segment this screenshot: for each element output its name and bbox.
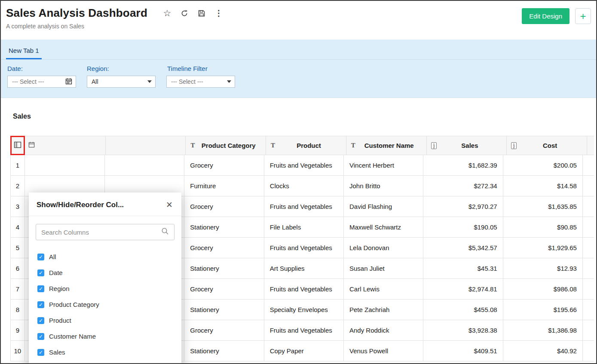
customer-name-cell: Venus Powell (344, 341, 423, 361)
save-icon[interactable] (197, 9, 206, 18)
column-toggle-item[interactable]: Product Category (37, 297, 175, 312)
text-column-icon: T (269, 141, 275, 150)
cost-cell: $986.08 (503, 279, 583, 300)
filler-cell (583, 155, 594, 176)
customer-name-cell: John Britto (344, 176, 423, 196)
region-column-header[interactable] (106, 136, 186, 155)
widget-title: Sales (13, 113, 596, 120)
filler-cell (583, 238, 594, 258)
product-category-cell: Stationery (184, 258, 264, 279)
row-number-cell: 6 (11, 258, 25, 279)
more-options-icon[interactable] (214, 9, 223, 18)
row-number-cell: 2 (11, 176, 25, 196)
header-actions: Edit Design + (522, 6, 591, 40)
sales-cell: $45.31 (423, 258, 503, 279)
timeline-filter-select[interactable]: --- Select --- (166, 76, 235, 88)
sales-column-header[interactable]: 12 Sales (427, 136, 507, 155)
column-header-label: Cost (517, 141, 583, 150)
filler-header-cell (587, 136, 594, 155)
customer-name-cell: Pete Zachriah (344, 300, 423, 320)
add-button[interactable]: + (575, 8, 591, 24)
column-toggle-item[interactable]: Customer Name (37, 328, 175, 344)
column-toggle-label: All (49, 253, 56, 260)
modal-title: Show/Hide/Reorder Col... (37, 201, 124, 209)
checkbox-checked-icon[interactable] (37, 285, 44, 292)
edit-design-button[interactable]: Edit Design (522, 8, 569, 24)
cost-cell: $14.58 (503, 176, 583, 196)
column-toggle-label: Sales (49, 349, 65, 356)
column-header-label: Customer Name (355, 141, 423, 150)
sales-cell: $2,974.81 (423, 279, 503, 300)
modal-column-list: All Date Region Product Category Product… (37, 249, 175, 364)
product-category-cell: Grocery (184, 320, 264, 341)
filter-group-region: Region: All (87, 65, 156, 98)
show-hide-columns-button[interactable] (11, 136, 25, 155)
filter-group-timeline: Timeline Filter --- Select --- (166, 65, 235, 98)
customer-name-column-header[interactable]: T Customer Name (346, 136, 427, 155)
checkbox-checked-icon[interactable] (37, 301, 44, 308)
column-toggle-item[interactable]: Sales (37, 344, 175, 360)
column-toggle-item[interactable]: Date (37, 265, 175, 281)
filler-cell (583, 196, 594, 217)
tab-bar: New Tab 1 (1, 40, 596, 60)
cost-cell: $40.92 (503, 341, 583, 361)
search-columns-input[interactable] (41, 229, 161, 236)
table-row: 1 Grocery Fruits and Vegetables Vincent … (11, 155, 594, 176)
product-cell: Art Supplies (264, 258, 344, 279)
column-toggle-label: Product Category (49, 301, 99, 308)
cost-cell: $195.66 (503, 300, 583, 320)
product-category-cell: Grocery (184, 196, 264, 217)
search-columns-box (36, 224, 175, 240)
column-toggle-item[interactable]: Region (37, 281, 175, 297)
product-cell: Copy Paper (264, 341, 344, 361)
row-number-cell: 9 (11, 320, 25, 341)
product-category-cell: Stationery (184, 341, 264, 361)
sales-cell: $455.08 (423, 300, 503, 320)
date-column-header[interactable] (25, 136, 106, 155)
filler-cell (583, 341, 594, 361)
cost-cell: $200.05 (503, 155, 583, 176)
column-header-label: Product (275, 141, 343, 150)
checkbox-checked-icon[interactable] (37, 333, 44, 340)
product-column-header[interactable]: T Product (266, 136, 346, 155)
favorite-star-icon[interactable] (163, 9, 171, 18)
customer-name-cell: Carl Lewis (344, 279, 423, 300)
product-category-cell: Grocery (184, 238, 264, 258)
column-chooser-icon (13, 141, 22, 151)
close-icon[interactable] (166, 200, 173, 210)
numeric-column-icon: 12 (431, 142, 437, 149)
product-category-cell: Grocery (184, 279, 264, 300)
page-title: Sales Analysis Dashboard (6, 6, 147, 20)
cost-column-header[interactable]: 12 Cost (507, 136, 587, 155)
checkbox-checked-icon[interactable] (37, 317, 44, 324)
app-window: Sales Analysis Dashboard A complete anal… (0, 0, 597, 364)
refresh-icon[interactable] (180, 9, 189, 18)
product-cell: Fruits and Vegetables (264, 320, 344, 341)
region-filter-select[interactable]: All (87, 76, 156, 88)
checkbox-checked-icon[interactable] (37, 269, 44, 276)
filter-label-region: Region: (87, 65, 156, 72)
tab-new-tab-1[interactable]: New Tab 1 (6, 42, 42, 59)
column-toggle-item[interactable]: Product (37, 312, 175, 328)
checkbox-checked-icon[interactable] (37, 349, 44, 356)
product-category-cell: Furniture (184, 176, 264, 196)
product-cell: Fruits and Vegetables (264, 238, 344, 258)
filler-cell (583, 300, 594, 320)
app-header: Sales Analysis Dashboard A complete anal… (1, 1, 596, 40)
svg-text:2: 2 (433, 146, 435, 149)
svg-text:2: 2 (513, 146, 515, 149)
checkbox-checked-icon[interactable] (37, 254, 44, 260)
product-category-cell: Stationery (184, 217, 264, 238)
product-category-column-header[interactable]: T Product Category (186, 136, 266, 155)
dashboard-content: Sales T Product Category (1, 98, 596, 363)
product-category-cell: Grocery (184, 155, 264, 176)
filler-cell (583, 279, 594, 300)
column-toggle-item[interactable]: All (37, 249, 175, 265)
filler-cell (583, 258, 594, 279)
text-column-icon: T (350, 141, 355, 150)
product-category-cell: Stationery (184, 300, 264, 320)
column-toggle-item[interactable]: Cost (37, 360, 175, 364)
product-cell: Clocks (264, 176, 344, 196)
date-filter-select[interactable]: --- Select --- (7, 76, 76, 88)
product-cell: Specialty Envelopes (264, 300, 344, 320)
